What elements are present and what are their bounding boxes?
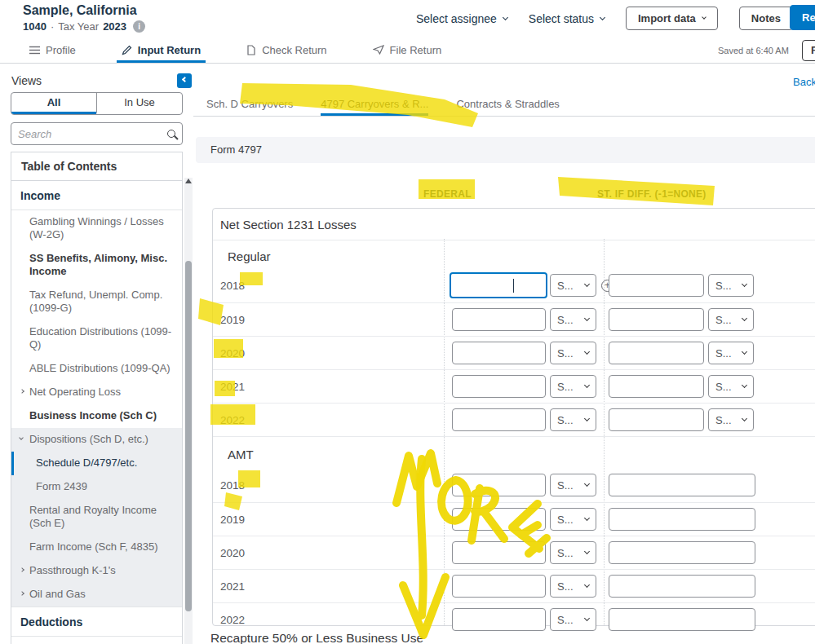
state-amount-input[interactable]: [609, 375, 704, 398]
federal-source-dropdown[interactable]: S...: [550, 375, 596, 398]
sidebar-item-dispositions[interactable]: Dispositions (Sch D, etc.): [11, 428, 182, 452]
federal-source-dropdown[interactable]: S...: [550, 541, 596, 564]
search-icon[interactable]: [167, 130, 175, 138]
chevron-down-icon: [742, 382, 747, 388]
sidebar-item-oil-and-gas[interactable]: Oil and Gas: [11, 583, 182, 607]
scroll-up-icon[interactable]: [185, 179, 192, 183]
grid-row-amt-2018: 2018 S...: [213, 469, 815, 502]
filter-all[interactable]: All: [11, 93, 96, 114]
tab-check-return[interactable]: Check Return: [241, 39, 331, 63]
sidebar-item-ss-benefits[interactable]: SS Benefits, Alimony, Misc. Income: [11, 247, 182, 284]
dropdown-value: S...: [715, 347, 732, 359]
chevron-down-icon: [584, 281, 590, 287]
state-source-dropdown[interactable]: S...: [708, 342, 754, 364]
state-source-dropdown[interactable]: S...: [708, 408, 754, 431]
sidebar-item-income[interactable]: Income: [11, 181, 182, 210]
dropdown-value: S...: [715, 414, 732, 426]
grid-row-amt-2021: 2021 S...: [213, 569, 815, 602]
select-assignee-label: Select assignee: [416, 12, 497, 25]
state-source-dropdown[interactable]: S...: [708, 274, 754, 297]
state-amount-input[interactable]: [609, 342, 704, 364]
sidebar-item-schedule-d-4797[interactable]: Schedule D/4797/etc.: [11, 452, 182, 475]
section-title: Net Section 1231 Losses: [213, 209, 815, 240]
dropdown-value: S...: [557, 347, 574, 359]
group-title-regular: Regular: [213, 240, 815, 269]
dropdown-value: S...: [557, 514, 574, 526]
separator: ·: [51, 20, 54, 33]
chevron-right-icon: [20, 389, 24, 394]
info-icon[interactable]: i: [133, 20, 145, 33]
sidebar-item-label: Dispositions (Sch D, etc.): [29, 433, 148, 445]
sidebar-item-form-2439[interactable]: Form 2439: [11, 475, 182, 499]
tab-profile[interactable]: Profile: [24, 39, 81, 63]
chevron-right-icon: [20, 591, 24, 596]
state-amount-input[interactable]: [609, 575, 755, 598]
year-label: 2018: [220, 479, 245, 492]
grid-row-regular-2022: 2022 S... S...: [213, 403, 815, 436]
state-amount-input[interactable]: [609, 308, 704, 331]
federal-source-dropdown[interactable]: S...: [550, 474, 596, 496]
federal-amount-input[interactable]: [452, 608, 546, 631]
state-amount-input[interactable]: [609, 541, 755, 564]
federal-amount-input[interactable]: [452, 375, 546, 398]
sidebar-item-label: Net Operating Loss: [29, 386, 121, 398]
state-amount-input[interactable]: [609, 408, 704, 431]
text-caret: [513, 279, 514, 293]
state-amount-input[interactable]: [609, 608, 755, 631]
select-assignee-dropdown[interactable]: Select assignee: [416, 12, 507, 25]
tax-year-label: Tax Year: [58, 20, 99, 33]
sidebar-item-net-operating-loss[interactable]: Net Operating Loss: [11, 381, 182, 404]
subtab-contracts-straddles[interactable]: Contracts & Straddles: [456, 95, 559, 116]
state-amount-input[interactable]: [609, 474, 755, 496]
state-amount-input[interactable]: [609, 508, 755, 531]
tab-file-return-label: File Return: [390, 44, 442, 56]
sidebar-item-passthrough-k1[interactable]: Passthrough K-1's: [11, 559, 182, 583]
subtab-4797-carryovers[interactable]: 4797 Carryovers & R...: [321, 95, 428, 116]
back-link[interactable]: Back t: [793, 76, 815, 88]
federal-source-dropdown[interactable]: S...: [550, 342, 596, 364]
sidebar-item-farm-income[interactable]: Farm Income (Sch F, 4835): [11, 536, 182, 559]
state-source-dropdown[interactable]: S...: [708, 375, 754, 398]
federal-source-dropdown[interactable]: S...: [550, 408, 596, 431]
sidebar-item-business-income[interactable]: Business Income (Sch C): [11, 404, 182, 428]
sidebar-item-tax-refund[interactable]: Tax Refund, Unempl. Comp. (1099-G): [11, 284, 182, 320]
sidebar-item-rental-royalty[interactable]: Rental and Royalty Income (Sch E): [11, 499, 182, 536]
federal-amount-input[interactable]: [452, 474, 546, 496]
federal-amount-input[interactable]: [452, 541, 546, 564]
sidebar-scrollbar-thumb[interactable]: [185, 261, 192, 611]
federal-amount-input[interactable]: [452, 575, 546, 598]
federal-source-dropdown[interactable]: S...: [550, 508, 596, 531]
federal-amount-input[interactable]: [452, 308, 546, 331]
import-data-button[interactable]: Import data: [626, 7, 718, 30]
year-label: 2020: [220, 347, 245, 359]
document-icon: [246, 45, 256, 55]
sidebar-item-able-distributions[interactable]: ABLE Distributions (1099-QA): [11, 357, 182, 381]
federal-amount-input-focused[interactable]: +: [450, 272, 547, 298]
state-source-dropdown[interactable]: S...: [708, 308, 754, 331]
federal-source-dropdown[interactable]: S...: [550, 608, 596, 631]
federal-source-dropdown[interactable]: S...: [550, 575, 596, 598]
sidebar-item-credits[interactable]: Credits: [11, 636, 182, 644]
federal-amount-input[interactable]: [452, 342, 546, 364]
year-label: 2022: [220, 614, 245, 626]
search-input[interactable]: [18, 128, 167, 140]
state-amount-input[interactable]: [609, 274, 704, 297]
federal-amount-input[interactable]: [452, 408, 546, 431]
federal-source-dropdown[interactable]: S...: [550, 308, 596, 331]
sidebar-collapse-button[interactable]: [177, 73, 192, 88]
tab-input-return[interactable]: Input Return: [117, 39, 206, 63]
notes-button[interactable]: Notes: [739, 7, 793, 30]
return-actions-button[interactable]: Ret: [790, 5, 815, 30]
sidebar-item-education-distributions[interactable]: Education Distributions (1099-Q): [11, 320, 182, 357]
sidebar-item-gambling[interactable]: Gambling Winnings / Losses (W-2G): [11, 210, 182, 247]
tab-file-return[interactable]: File Return: [368, 39, 447, 63]
select-status-dropdown[interactable]: Select status: [529, 12, 605, 25]
federal-source-dropdown[interactable]: S...: [550, 274, 596, 297]
table-of-contents: Table of Contents Income Gambling Winnin…: [11, 152, 183, 644]
federal-amount-input[interactable]: [452, 508, 546, 531]
subtab-sch-d-carryovers[interactable]: Sch. D Carryovers: [206, 95, 293, 116]
sidebar-item-deductions[interactable]: Deductions: [11, 607, 182, 636]
filter-in-use[interactable]: In Use: [96, 93, 182, 114]
notes-label: Notes: [751, 12, 781, 24]
forms-button[interactable]: F: [802, 40, 815, 61]
